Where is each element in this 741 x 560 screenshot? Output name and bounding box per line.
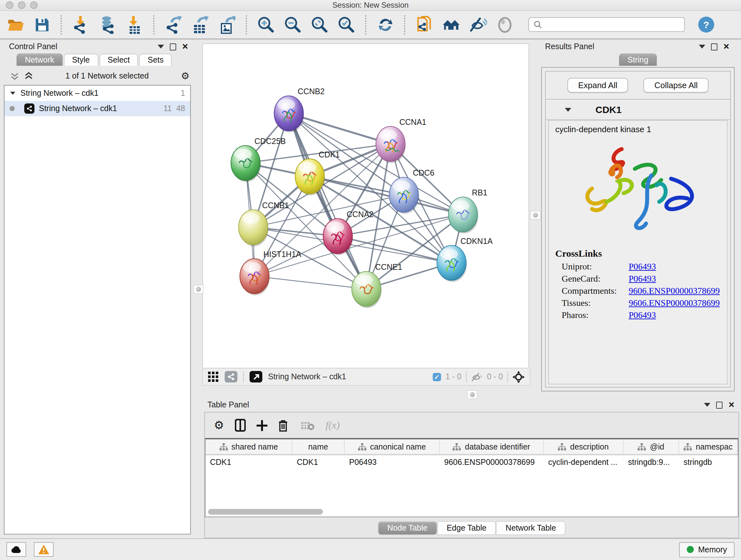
network-node[interactable]: CCNB1: [239, 201, 289, 246]
float-panel-icon[interactable]: [170, 43, 176, 50]
tab-select[interactable]: Select: [99, 54, 138, 66]
panel-splitter[interactable]: [530, 40, 540, 391]
zoom-fit-icon[interactable]: [311, 16, 329, 34]
panel-menu-icon[interactable]: [704, 403, 711, 407]
crosslink-link[interactable]: P06493: [629, 262, 656, 272]
network-node[interactable]: HIST1H1A: [240, 250, 301, 295]
network-collection-row[interactable]: String Network – cdk1 1: [4, 85, 190, 101]
crosslink-row: GeneCard:P06493: [562, 274, 727, 284]
import-table-icon[interactable]: [126, 16, 144, 34]
help-button[interactable]: ?: [698, 17, 714, 33]
import-network-database-icon[interactable]: [99, 16, 117, 34]
tab-string[interactable]: String: [619, 54, 657, 66]
share-network-icon[interactable]: [225, 371, 238, 382]
collapse-all-icon[interactable]: [10, 71, 19, 80]
memory-button[interactable]: Memory: [679, 542, 735, 557]
refresh-icon[interactable]: [377, 16, 394, 34]
close-panel-icon[interactable]: ✕: [728, 401, 735, 409]
network-node[interactable]: CDKN1A: [437, 237, 493, 282]
eye-slash-icon[interactable]: [469, 16, 487, 34]
function-builder-icon[interactable]: f(x): [326, 420, 340, 431]
hidden-eye-slash-icon[interactable]: [471, 372, 482, 381]
search-input[interactable]: [545, 19, 680, 30]
network-node[interactable]: CDK1: [295, 150, 340, 196]
crosslink-link[interactable]: P06493: [629, 274, 656, 284]
tab-sets[interactable]: Sets: [139, 54, 172, 66]
column-header[interactable]: namespac: [679, 439, 738, 454]
tab-style[interactable]: Style: [64, 54, 98, 66]
column-header[interactable]: name: [292, 439, 345, 454]
open-session-folder-icon[interactable]: [6, 16, 24, 34]
splitter-handle[interactable]: [193, 285, 204, 294]
table-cell: P06493: [345, 455, 440, 469]
column-header[interactable]: @id: [623, 439, 679, 454]
column-header[interactable]: shared name: [205, 439, 292, 454]
create-column-icon[interactable]: [257, 420, 267, 431]
export-image-icon[interactable]: [218, 16, 236, 34]
birds-eye-view-icon[interactable]: [208, 371, 219, 382]
network-node[interactable]: RB1: [448, 188, 487, 234]
node-label: CCNB1: [262, 201, 289, 210]
gear-icon[interactable]: ⚙: [181, 70, 190, 82]
collapse-all-button[interactable]: Collapse All: [644, 78, 709, 92]
network-node[interactable]: CCNA1: [376, 118, 426, 163]
network-node[interactable]: CCNB2: [274, 87, 325, 132]
tab-edge-table[interactable]: Edge Table: [437, 521, 496, 535]
table-row[interactable]: CDK1CDK1P064939606.ENSP00000378699cyclin…: [205, 455, 738, 469]
panel-splitter[interactable]: [195, 40, 202, 538]
show-columns-icon[interactable]: [235, 419, 246, 432]
network-edge[interactable]: [254, 276, 366, 289]
tab-network[interactable]: Network: [17, 54, 63, 66]
crosslink-link[interactable]: P06493: [629, 310, 656, 320]
table-options-gear-icon[interactable]: ⚙: [214, 418, 224, 432]
panel-menu-icon[interactable]: [699, 45, 705, 49]
column-header[interactable]: description: [544, 439, 623, 454]
crosslink-link[interactable]: 9606.ENSP00000378699: [629, 286, 720, 296]
network-canvas[interactable]: CCNB2CCNA1CDC25BCDK1CDC6RB1CCNB1CCNA2CDK…: [202, 44, 529, 368]
cloud-status-button[interactable]: [6, 542, 26, 557]
network-row[interactable]: String Network – cdk1 11 48: [4, 101, 190, 116]
inspector-icon[interactable]: [496, 16, 514, 34]
network-edge[interactable]: [338, 236, 452, 263]
column-header[interactable]: database identifier: [440, 439, 544, 454]
expand-all-button[interactable]: Expand All: [567, 78, 628, 92]
crosslink-link[interactable]: 9606.ENSP00000378699: [629, 298, 720, 308]
float-panel-icon[interactable]: [711, 43, 718, 50]
gene-header[interactable]: CDK1: [546, 100, 730, 120]
expander-icon[interactable]: [10, 91, 15, 95]
delete-column-icon[interactable]: [278, 419, 288, 431]
open-external-icon[interactable]: [250, 371, 262, 382]
column-label: shared name: [231, 442, 278, 451]
network-edge[interactable]: [289, 113, 391, 144]
collapse-gene-icon[interactable]: [565, 108, 571, 111]
clear-table-icon[interactable]: [301, 421, 315, 430]
splitter-handle[interactable]: [467, 390, 477, 399]
fit-content-crosshair-icon[interactable]: [513, 371, 525, 383]
zoom-in-icon[interactable]: [257, 16, 275, 34]
warning-button[interactable]: [34, 542, 54, 557]
homes-icon[interactable]: [442, 16, 460, 34]
tab-node-table[interactable]: Node Table: [378, 521, 437, 535]
tab-network-table[interactable]: Network Table: [496, 521, 565, 535]
import-network-icon[interactable]: [72, 16, 90, 34]
network-node[interactable]: CCNE1: [352, 262, 402, 308]
column-label: @id: [650, 442, 664, 451]
panel-menu-icon[interactable]: [158, 45, 164, 49]
selected-checkbox-icon[interactable]: ✓: [433, 373, 441, 381]
zoom-out-icon[interactable]: [284, 16, 302, 34]
node-label: CDC6: [413, 168, 434, 177]
node-label: CDKN1A: [461, 237, 493, 246]
share-file-icon[interactable]: [415, 16, 433, 34]
export-table-icon[interactable]: [192, 16, 209, 34]
close-panel-icon[interactable]: ✕: [723, 43, 730, 51]
float-panel-icon[interactable]: [716, 401, 723, 408]
zoom-selected-icon[interactable]: [338, 16, 355, 34]
save-session-icon[interactable]: [33, 16, 51, 34]
panel-splitter[interactable]: [202, 391, 741, 398]
expand-all-icon[interactable]: [24, 71, 33, 80]
export-network-icon[interactable]: [165, 16, 183, 34]
column-header[interactable]: canonical name: [345, 439, 440, 454]
close-panel-icon[interactable]: ✕: [182, 43, 188, 51]
horizontal-scrollbar[interactable]: [208, 509, 323, 515]
splitter-handle[interactable]: [530, 211, 541, 220]
